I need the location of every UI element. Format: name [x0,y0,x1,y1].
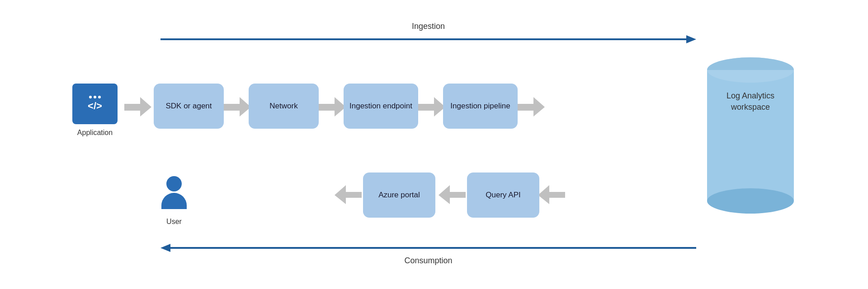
ingestion-endpoint-box: Ingestion endpoint [344,84,418,129]
user-body [161,193,187,209]
consumption-label: Consumption [160,256,696,266]
azure-portal-box: Azure portal [363,172,435,218]
ingestion-arrow [160,35,696,43]
main-area: Ingestion </> Application [72,14,796,275]
dot3 [98,96,101,98]
arrow-endpoint-to-pipeline [418,97,445,117]
ingestion-arrow-line [160,38,687,40]
dot1 [89,96,92,98]
arrow-queryapi-to-portal [439,185,466,204]
sdk-agent-box: SDK or agent [154,84,224,129]
arrows-svg [72,14,796,275]
db-label: Log Analytics workspace [712,90,789,113]
consumption-arrow-head [160,244,170,252]
cylinder-top-highlight [707,57,794,83]
dot2 [94,96,96,98]
user-label: User [156,218,192,226]
query-api-box: Query API [467,172,539,218]
ingestion-arrow-head [686,35,696,43]
arrow-network-to-endpoint [319,97,346,117]
database-cylinder-svg [705,52,796,228]
arrow-sdk-to-network [224,97,251,117]
cylinder-body [707,70,794,201]
app-icon-dots [89,96,101,98]
diagram-container: Ingestion </> Application [0,0,868,289]
network-box: Network [249,84,319,129]
consumption-arrow-line [170,247,696,249]
application-icon-box: </> [72,84,118,124]
arrow-portal-to-user [335,185,362,204]
user-head [166,176,182,191]
application-label: Application [72,129,118,137]
arrow-db-to-queryapi [538,185,565,204]
consumption-arrow [160,244,696,252]
arrow-app-to-sdk [124,97,151,117]
user-icon [156,176,192,209]
ingestion-pipeline-box: Ingestion pipeline [443,84,518,129]
ingestion-label: Ingestion [160,22,696,31]
cylinder-bottom [707,188,794,214]
arrow-pipeline-to-db [518,97,545,117]
app-icon-code: </> [88,100,102,112]
